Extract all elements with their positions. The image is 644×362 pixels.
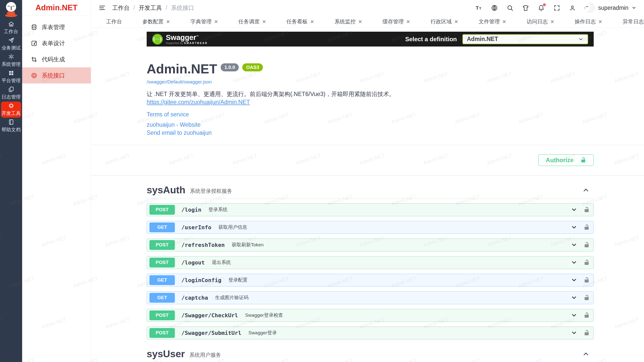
tab-系统监控[interactable]: 系统监控 ✕ xyxy=(330,16,367,27)
tab-label: 任务看板 xyxy=(287,18,308,25)
rail-item-帮助文档[interactable]: 帮助文档 xyxy=(1,118,21,134)
chevron-up-icon[interactable] xyxy=(582,350,590,358)
lock-open-icon[interactable] xyxy=(583,330,590,336)
user-icon[interactable] xyxy=(569,5,576,11)
tab-close-icon[interactable]: ✕ xyxy=(214,19,218,24)
repo-link[interactable]: https://gitee.com/zuohuaijun/Admin.NET xyxy=(147,99,250,106)
tab-工作台[interactable]: 工作台 xyxy=(102,16,127,27)
endpoint-row-/userInfo[interactable]: GET /userInfo 获取用户信息 xyxy=(147,221,594,234)
endpoint-row-/captcha[interactable]: GET /captcha 生成图片验证码 xyxy=(147,291,594,304)
tab-close-icon[interactable]: ✕ xyxy=(358,19,362,24)
database-icon xyxy=(31,24,37,31)
module-sidebar: Admin.NET 库表管理 表单设计 代码生成 系统接口 xyxy=(22,0,91,362)
app-logo[interactable] xyxy=(4,2,18,17)
language-icon[interactable] xyxy=(491,5,498,11)
lock-open-icon[interactable] xyxy=(583,294,590,301)
sidebar-item-label: 代码生成 xyxy=(42,56,65,63)
definition-select[interactable]: Admin.NET xyxy=(462,34,588,44)
search-icon[interactable] xyxy=(507,5,513,11)
home-icon xyxy=(8,21,14,27)
chevron-down-icon[interactable] xyxy=(571,277,577,283)
endpoint-path: /Swagger/CheckUrl xyxy=(181,312,238,319)
selected-definition: Admin.NET xyxy=(467,36,498,42)
endpoint-row-/loginConfig[interactable]: GET /loginConfig 登录配置 xyxy=(147,274,594,287)
rail-item-系统管理[interactable]: 系统管理 xyxy=(1,53,21,69)
breadcrumb-item: 系统接口 xyxy=(171,4,194,12)
sidebar-item-表单设计[interactable]: 表单设计 xyxy=(22,35,91,51)
spec-url-link[interactable]: /swagger/Default/swagger.json xyxy=(147,79,212,85)
tab-close-icon[interactable]: ✕ xyxy=(502,19,506,24)
endpoint-row-/Swagger/CheckUrl[interactable]: POST /Swagger/CheckUrl Swagger登录检查 xyxy=(147,309,594,322)
tab-close-icon[interactable]: ✕ xyxy=(598,19,602,24)
tab-异常日志[interactable]: 异常日志 ✕ xyxy=(618,16,644,27)
endpoint-row-/logout[interactable]: POST /logout 退出系统 xyxy=(147,256,594,269)
font-size-icon[interactable]: TT xyxy=(475,5,482,11)
tab-close-icon[interactable]: ✕ xyxy=(550,19,554,24)
gear-icon xyxy=(8,54,14,60)
tab-close-icon[interactable]: ✕ xyxy=(454,19,458,24)
tab-任务看板[interactable]: 任务看板 ✕ xyxy=(282,16,319,27)
chevron-down-icon[interactable] xyxy=(571,312,577,319)
tab-close-icon[interactable]: ✕ xyxy=(406,19,410,24)
chevron-down-icon[interactable] xyxy=(571,242,577,248)
endpoint-row-/Swagger/SubmitUrl[interactable]: POST /Swagger/SubmitUrl Swagger登录 xyxy=(147,327,594,339)
lock-open-icon[interactable] xyxy=(583,259,590,266)
chevron-up-icon[interactable] xyxy=(582,186,590,194)
breadcrumb-item[interactable]: 开发工具 xyxy=(139,4,162,12)
rail-item-label: 平台管理 xyxy=(2,77,21,84)
lock-open-icon[interactable] xyxy=(583,224,590,231)
swagger-logo-icon: {···} xyxy=(152,34,163,44)
lock-open-icon[interactable] xyxy=(583,242,590,248)
chevron-down-icon[interactable] xyxy=(571,206,577,213)
tab-任务调度[interactable]: 任务调度 ✕ xyxy=(234,16,271,27)
notification-icon[interactable] xyxy=(538,5,545,11)
collapse-menu-icon[interactable] xyxy=(99,4,106,11)
authorize-button[interactable]: Authorize xyxy=(538,154,594,166)
tab-访问日志[interactable]: 访问日志 ✕ xyxy=(522,16,559,27)
email-link[interactable]: Send email to zuohuaijun xyxy=(147,129,594,136)
sidebar-item-库表管理[interactable]: 库表管理 xyxy=(22,19,91,35)
fullscreen-icon[interactable] xyxy=(553,5,560,11)
lock-open-icon[interactable] xyxy=(583,312,590,319)
endpoint-row-/refreshToken[interactable]: POST /refreshToken 获取刷新Token xyxy=(147,239,594,251)
tab-close-icon[interactable]: ✕ xyxy=(310,19,314,24)
rail-item-业务测试[interactable]: 业务测试 xyxy=(1,36,21,52)
tab-close-icon[interactable]: ✕ xyxy=(262,19,266,24)
terms-of-service-link[interactable]: Terms of service xyxy=(147,111,594,118)
sidebar-item-代码生成[interactable]: 代码生成 xyxy=(22,51,91,67)
lock-open-icon[interactable] xyxy=(583,206,590,213)
section-description: 系统登录授权服务 xyxy=(190,188,232,195)
sidebar-item-系统接口[interactable]: 系统接口 xyxy=(22,67,91,83)
select-definition-label: Select a definition xyxy=(405,36,457,43)
oas-badge: OAS3 xyxy=(242,63,263,71)
tab-字典管理[interactable]: 字典管理 ✕ xyxy=(186,16,223,27)
tab-label: 缓存管理 xyxy=(383,18,404,25)
api-info: Admin.NET 1.0.0 OAS3 /swagger/Default/sw… xyxy=(147,47,594,136)
chevron-down-icon[interactable] xyxy=(571,224,577,231)
theme-icon[interactable] xyxy=(522,5,529,11)
app-topbar: 工作台/开发工具/系统接口 TTsuperadmin xyxy=(91,0,644,16)
rail-item-平台管理[interactable]: 平台管理 xyxy=(1,69,21,85)
chevron-down-icon[interactable] xyxy=(571,259,577,266)
endpoint-row-/login[interactable]: POST /login 登录系统 xyxy=(147,203,594,216)
user-menu[interactable]: superadmin xyxy=(585,3,636,13)
chevron-down-icon[interactable] xyxy=(571,294,577,301)
endpoint-summary: 生成图片验证码 xyxy=(215,294,249,301)
tab-缓存管理[interactable]: 缓存管理 ✕ xyxy=(378,16,415,27)
section-header[interactable]: sysAuth 系统登录授权服务 xyxy=(147,185,594,199)
chevron-down-icon[interactable] xyxy=(571,330,577,336)
rail-item-开发工具[interactable]: 开发工具 xyxy=(1,102,21,118)
tab-文件管理[interactable]: 文件管理 ✕ xyxy=(474,16,511,27)
rail-item-日志管理[interactable]: 日志管理 xyxy=(1,85,21,101)
tab-参数配置[interactable]: 参数配置 ✕ xyxy=(138,16,175,27)
section-header[interactable]: sysUser 系统用户服务 xyxy=(147,348,594,362)
endpoint-summary: Swagger登录检查 xyxy=(245,312,283,319)
tab-操作日志[interactable]: 操作日志 ✕ xyxy=(570,16,607,27)
breadcrumb-item[interactable]: 工作台 xyxy=(112,4,130,12)
lock-open-icon[interactable] xyxy=(583,277,590,283)
avatar xyxy=(585,3,595,13)
tab-行政区域[interactable]: 行政区域 ✕ xyxy=(426,16,463,27)
website-link[interactable]: zuohuaijun - Website xyxy=(147,121,594,128)
rail-item-工作台[interactable]: 工作台 xyxy=(1,20,21,36)
tab-close-icon[interactable]: ✕ xyxy=(166,19,170,24)
